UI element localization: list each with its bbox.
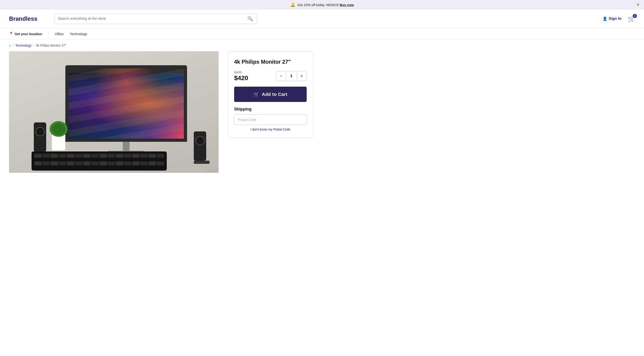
plant-leaves bbox=[50, 121, 68, 137]
key bbox=[140, 154, 148, 158]
breadcrumb-sep-1: / bbox=[12, 44, 14, 47]
quantity-decrease-button[interactable]: − bbox=[276, 71, 286, 81]
key bbox=[108, 154, 115, 158]
breadcrumb-category[interactable]: Technology bbox=[15, 44, 31, 47]
speaker-right-body bbox=[194, 131, 206, 161]
postal-code-input[interactable] bbox=[234, 114, 307, 125]
breadcrumb: ⌂ / Technology / 4k Philips Monitor 27" bbox=[0, 40, 644, 51]
key bbox=[140, 161, 148, 166]
product-panel: 4k Philips Monitor 27" $490 $420 − + 🛒 A… bbox=[228, 51, 313, 138]
monitor-dot bbox=[185, 70, 186, 72]
key bbox=[91, 161, 99, 166]
nav-link-technology[interactable]: Technology bbox=[70, 32, 87, 36]
key bbox=[124, 161, 131, 166]
key bbox=[59, 154, 66, 158]
key bbox=[75, 154, 82, 158]
quantity-control: − + bbox=[276, 71, 307, 81]
speaker-left-body bbox=[34, 122, 46, 152]
key bbox=[132, 154, 140, 158]
top-banner: 🔔 Get 10% off today: NEW10! Buy now × bbox=[0, 0, 644, 9]
add-to-cart-button[interactable]: 🛒 Add to Cart bbox=[234, 87, 307, 102]
key bbox=[91, 154, 99, 158]
location-pin-icon: 📍 bbox=[9, 32, 13, 36]
plant-decoration bbox=[50, 121, 68, 150]
logo[interactable]: Brandless bbox=[9, 15, 47, 22]
speaker-right bbox=[194, 131, 210, 164]
sign-in-label: Sign In bbox=[608, 16, 622, 21]
key bbox=[75, 161, 82, 166]
key bbox=[83, 154, 90, 158]
breadcrumb-home[interactable]: ⌂ bbox=[9, 44, 11, 47]
main-content: 4k Philips Monitor 27" $490 $420 − + 🛒 A… bbox=[0, 51, 322, 186]
key bbox=[124, 154, 131, 158]
location-button[interactable]: 📍 Set your location bbox=[9, 32, 42, 36]
breadcrumb-product: 4k Philips Monitor 27" bbox=[36, 44, 66, 47]
header: Brandless 🔍 👤 Sign In 🛒 0 bbox=[0, 9, 644, 28]
key bbox=[116, 161, 123, 166]
key bbox=[34, 154, 42, 158]
product-image bbox=[9, 51, 218, 173]
key bbox=[108, 161, 115, 166]
keyboard bbox=[32, 152, 167, 171]
key bbox=[148, 154, 156, 158]
key bbox=[42, 154, 50, 158]
price-row: $490 $420 − + bbox=[234, 70, 307, 82]
banner-cta[interactable]: Buy now bbox=[340, 3, 354, 7]
add-to-cart-label: Add to Cart bbox=[262, 92, 287, 97]
key bbox=[42, 161, 50, 166]
shipping-section: Shipping I don't know my Postal Code bbox=[234, 107, 307, 131]
bell-icon: 🔔 bbox=[290, 2, 295, 7]
location-label: Set your location bbox=[15, 32, 42, 36]
nav-link-office[interactable]: Office bbox=[55, 32, 64, 36]
key bbox=[67, 154, 74, 158]
nav-bar: 📍 Set your location Office Technology bbox=[0, 28, 644, 40]
header-actions: 👤 Sign In 🛒 0 bbox=[602, 15, 635, 22]
nav-divider bbox=[48, 31, 49, 36]
key bbox=[59, 161, 66, 166]
add-to-cart-icon: 🛒 bbox=[254, 92, 259, 97]
key bbox=[148, 161, 156, 166]
quantity-increase-button[interactable]: + bbox=[297, 71, 306, 81]
monitor-stand-neck bbox=[123, 142, 130, 151]
search-input[interactable] bbox=[58, 17, 248, 21]
key bbox=[67, 161, 74, 166]
monitor bbox=[65, 65, 187, 155]
key bbox=[100, 161, 107, 166]
keyboard-body bbox=[32, 152, 167, 171]
breadcrumb-sep-2: / bbox=[33, 44, 34, 47]
plant-pot bbox=[52, 135, 65, 150]
sale-price: $420 bbox=[234, 74, 248, 82]
price-block: $490 $420 bbox=[234, 70, 248, 82]
monitor-chin bbox=[68, 68, 187, 73]
cart-badge: 0 bbox=[633, 14, 637, 18]
key bbox=[100, 154, 107, 158]
shipping-title: Shipping bbox=[234, 107, 307, 112]
product-title: 4k Philips Monitor 27" bbox=[234, 58, 307, 65]
key bbox=[83, 161, 90, 166]
cart-button[interactable]: 🛒 0 bbox=[628, 15, 635, 22]
speaker-left bbox=[34, 122, 50, 155]
postal-code-link[interactable]: I don't know my Postal Code bbox=[234, 128, 307, 131]
banner-text: Get 10% off today: NEW10! bbox=[298, 3, 339, 7]
key bbox=[50, 161, 58, 166]
original-price: $490 bbox=[234, 70, 248, 74]
quantity-input[interactable] bbox=[286, 72, 297, 81]
monitor-screen bbox=[65, 65, 187, 142]
key bbox=[156, 154, 164, 158]
search-bar: 🔍 bbox=[54, 13, 257, 24]
key bbox=[132, 161, 140, 166]
key bbox=[34, 161, 42, 166]
key bbox=[156, 161, 164, 166]
key bbox=[50, 154, 58, 158]
speaker-right-base bbox=[194, 161, 210, 164]
sign-in-button[interactable]: 👤 Sign In bbox=[602, 16, 622, 21]
banner-close-button[interactable]: × bbox=[636, 2, 640, 7]
search-icon: 🔍 bbox=[248, 16, 253, 21]
key bbox=[116, 154, 123, 158]
user-icon: 👤 bbox=[602, 16, 607, 21]
product-image-container bbox=[9, 51, 218, 173]
